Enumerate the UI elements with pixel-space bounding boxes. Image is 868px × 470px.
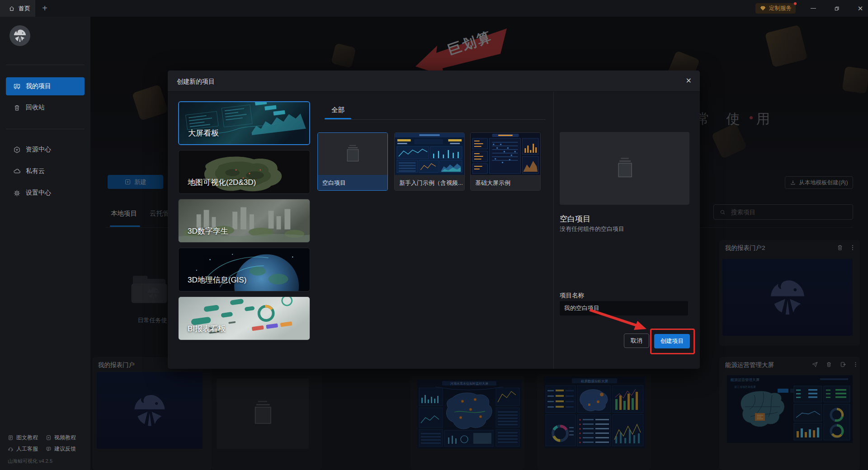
headset-icon [8,446,14,452]
category-label: 地图可视化(2D&3D) [188,177,256,188]
diamond-icon [760,5,766,12]
category-label: BI报表看板 [188,324,226,334]
category-dashboard[interactable]: 大屏看板 [178,101,310,145]
template-detail-title: 空白项目 [560,214,590,224]
sidebar-item-label: 我的项目 [26,82,51,90]
dialog-title: 创建新的项目 [177,78,215,86]
template-thumbnail [471,133,540,175]
template-thumbnail [395,133,464,175]
category-label: 3D数字孪生 [188,226,228,236]
tab-home[interactable]: 首页 [0,0,35,17]
whale-logo-icon [13,29,27,42]
sidebar-item-label: 私有云 [26,167,45,175]
footer-link-label: 人工客服 [16,445,38,453]
template-basic-dashboard-example[interactable]: 基础大屏示例 [470,132,541,191]
blank-project-icon [610,154,640,183]
sidebar-item-my-projects[interactable]: 我的项目 [6,77,85,95]
sidebar-item-label: 设置中心 [26,189,51,197]
category-3d-gis[interactable]: 3D地理信息(GIS) [178,248,310,291]
restore-button[interactable] [826,0,847,17]
sidebar-divider [6,129,85,129]
tab-all-templates[interactable]: 全部 [331,106,344,114]
detail-panel-divider [553,92,554,369]
cancel-button[interactable]: 取消 [624,334,649,348]
footer-link-label: 视频教程 [54,434,76,442]
sidebar-item-private-cloud[interactable]: 私有云 [6,162,85,180]
dialog-close-button[interactable]: ✕ [686,77,692,85]
basic-template-image [471,133,540,175]
close-button[interactable]: ✕ [850,0,868,17]
footer-link-feedback[interactable]: 建议反馈 [46,445,76,453]
custom-service-button[interactable]: 定制服务 [755,3,796,14]
sidebar-divider [6,65,85,65]
template-label: 空白项目 [318,175,387,191]
minimize-icon [811,8,816,9]
app-version: 山海鲸可视化 v4.2.5 [8,458,52,465]
restore-icon [833,5,840,12]
new-tab-button[interactable]: + [39,2,51,14]
footer-link-video-tutorial[interactable]: 视频教程 [46,434,76,442]
category-3d-digital-twin[interactable]: 3D数字孪生 [178,199,310,243]
project-name-label: 项目名称 [560,291,584,300]
template-preview [560,132,689,205]
avatar[interactable] [9,25,30,46]
footer-link-customer-service[interactable]: 人工客服 [8,445,38,453]
board-icon [13,83,21,90]
tab-home-label: 首页 [19,5,30,13]
custom-service-label: 定制服务 [769,5,792,12]
template-beginner-example[interactable]: 新手入门示例（含视频... [394,132,465,191]
dialog-header: 创建新的项目 ✕ [168,70,700,92]
sidebar-item-settings[interactable]: 设置中心 [6,184,85,202]
minimize-button[interactable] [803,0,824,17]
home-icon [9,5,15,12]
annotation-highlight-box [650,329,695,354]
category-label: 大屏看板 [188,128,219,138]
feedback-icon [46,446,52,452]
video-doc-icon [46,435,52,441]
category-map-visualization[interactable]: 地图可视化(2D&3D) [178,150,310,194]
app-window: 巨划算 常 使 用 新建 本地项目 云托管 从本地模板创建(内) 日常任务使 我… [0,0,868,470]
template-thumbnail [318,133,387,175]
template-label: 新手入门示例（含视频... [395,175,464,191]
category-bi-report[interactable]: BI报表看板 [178,296,310,340]
annotation-arrow [583,306,651,334]
blank-project-icon [340,141,365,167]
window-titlebar: 首页 + 定制服务 ✕ [0,0,868,17]
doc-icon [8,435,14,441]
notification-dot [794,2,797,5]
sidebar: 我的项目 回收站 资源中心 私有云 设置中心 图文教程 视频教程 人 [0,17,90,470]
beginner-template-image [395,133,464,175]
sidebar-item-recycle-bin[interactable]: 回收站 [6,99,85,117]
sidebar-item-resource-center[interactable]: 资源中心 [6,141,85,159]
filter-divider [325,119,546,120]
footer-link-label: 图文教程 [16,434,38,442]
template-label: 基础大屏示例 [471,175,540,191]
template-blank-project[interactable]: 空白项目 [317,132,388,191]
category-label: 3D地理信息(GIS) [188,275,246,285]
gear-icon [13,189,21,197]
hexagon-icon [13,146,21,154]
trash-icon [13,104,21,112]
template-detail-description: 没有任何组件的空白项目 [560,225,624,233]
sidebar-item-label: 资源中心 [26,146,51,154]
footer-link-doc-tutorial[interactable]: 图文教程 [8,434,38,442]
sidebar-item-label: 回收站 [26,103,45,112]
footer-link-label: 建议反馈 [54,445,76,453]
cloud-icon [13,168,21,175]
